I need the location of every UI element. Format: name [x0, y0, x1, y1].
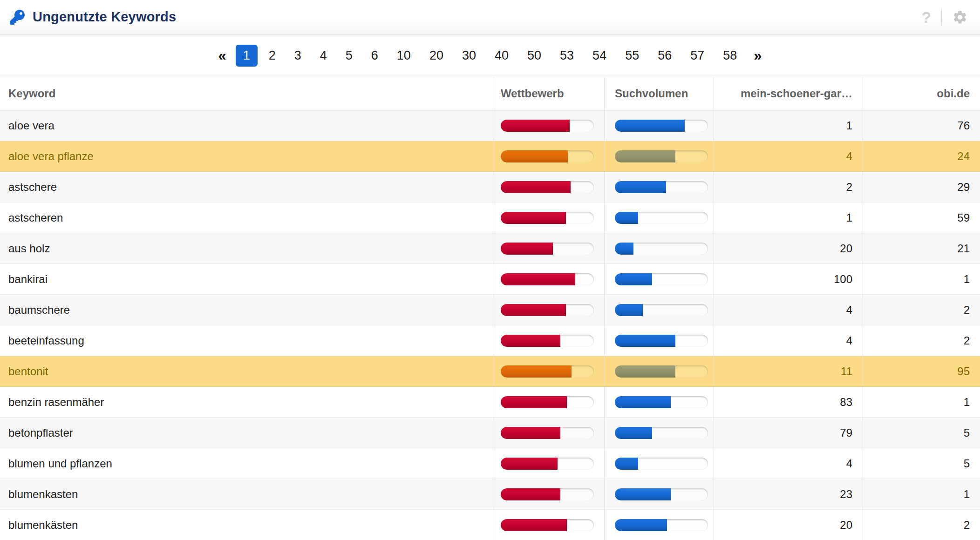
competition-bar-track [501, 150, 594, 162]
search-volume-bar-track [615, 212, 708, 224]
rank-mein-schoener-garten-cell: 100 [714, 264, 863, 294]
search-volume-cell [604, 387, 714, 417]
search-volume-bar-track [615, 304, 708, 316]
page-title: Ungenutzte Keywords [33, 9, 176, 25]
page-button-50[interactable]: 50 [520, 45, 549, 67]
competition-bar-fill [501, 458, 558, 470]
rank-obi-cell: 2 [863, 325, 980, 356]
rank-obi-cell: 29 [863, 172, 980, 202]
rank-mein-schoener-garten-cell: 11 [714, 356, 863, 386]
competition-bar-track [501, 243, 594, 255]
table-row[interactable]: blumenkasten231 [0, 479, 980, 510]
page-button-55[interactable]: 55 [618, 45, 647, 67]
rank-mein-schoener-garten-cell: 4 [714, 325, 863, 356]
table-row[interactable]: betonpflaster795 [0, 418, 980, 448]
search-volume-bar-fill [615, 120, 685, 132]
page-button-54[interactable]: 54 [585, 45, 614, 67]
search-volume-cell [604, 418, 714, 448]
rank-obi-cell: 95 [863, 356, 980, 386]
keyword-cell: bankirai [0, 264, 494, 294]
keyword-cell: blumenkasten [0, 479, 494, 509]
pagination-next-button[interactable]: » [748, 45, 767, 67]
rank-mein-schoener-garten-cell: 1 [714, 110, 863, 141]
rank-obi-cell: 2 [863, 510, 980, 540]
search-volume-bar-fill [615, 519, 667, 531]
search-volume-cell [604, 325, 714, 356]
table-row[interactable]: baumschere42 [0, 295, 980, 325]
page-button-4[interactable]: 4 [313, 45, 334, 67]
competition-bar-fill [501, 365, 572, 378]
competition-bar-track [501, 304, 594, 316]
help-icon[interactable]: ? [921, 9, 931, 25]
header-divider [941, 9, 942, 26]
page-button-3[interactable]: 3 [287, 45, 309, 67]
competition-cell [494, 387, 604, 417]
search-volume-cell [604, 295, 714, 325]
pagination-prev-button[interactable]: « [212, 45, 231, 67]
competition-bar-fill [501, 150, 568, 162]
gear-icon[interactable] [952, 9, 968, 25]
table-row[interactable]: bankirai1001 [0, 264, 980, 295]
app: Ungenutzte Keywords ? «12345610203040505… [0, 0, 980, 540]
competition-cell [494, 172, 604, 202]
competition-bar-track [501, 120, 594, 132]
rank-obi-cell: 5 [863, 418, 980, 448]
pagination: «1234561020304050535455565758» [0, 34, 980, 77]
page-button-56[interactable]: 56 [650, 45, 679, 67]
competition-cell [494, 110, 604, 141]
page-button-57[interactable]: 57 [683, 45, 712, 67]
keyword-cell: baumschere [0, 295, 494, 325]
keyword-cell: bentonit [0, 356, 494, 386]
rank-obi-cell: 1 [863, 387, 980, 417]
table-row[interactable]: blumen und pflanzen45 [0, 448, 980, 479]
table-row[interactable]: blumenkästen202 [0, 510, 980, 540]
rank-mein-schoener-garten-cell: 83 [714, 387, 863, 417]
table-row[interactable]: astschere229 [0, 172, 980, 202]
rank-mein-schoener-garten-cell: 20 [714, 510, 863, 540]
competition-bar-track [501, 458, 594, 470]
competition-cell [494, 141, 604, 171]
table-row[interactable]: benzin rasenmäher831 [0, 387, 980, 418]
competition-cell [494, 448, 604, 479]
table-row[interactable]: aloe vera176 [0, 110, 980, 141]
competition-bar-track [501, 212, 594, 224]
competition-bar-track [501, 273, 594, 285]
app-header: Ungenutzte Keywords ? [0, 0, 980, 34]
competition-bar-fill [501, 120, 570, 132]
page-button-2[interactable]: 2 [261, 45, 283, 67]
page-button-30[interactable]: 30 [455, 45, 483, 67]
page-button-5[interactable]: 5 [338, 45, 360, 67]
rank-obi-cell: 24 [863, 141, 980, 171]
page-button-1[interactable]: 1 [236, 45, 258, 67]
page-button-10[interactable]: 10 [389, 45, 418, 67]
page-button-58[interactable]: 58 [715, 45, 744, 67]
competition-bar-fill [501, 427, 560, 439]
rank-mein-schoener-garten-cell: 4 [714, 295, 863, 325]
search-volume-bar-track [615, 150, 708, 162]
keyword-cell: blumenkästen [0, 510, 494, 540]
rank-obi-cell: 76 [863, 110, 980, 141]
search-volume-bar-track [615, 396, 708, 408]
table-row[interactable]: beeteinfassung42 [0, 325, 980, 356]
competition-cell [494, 418, 604, 448]
search-volume-bar-track [615, 427, 708, 439]
competition-bar-fill [501, 519, 567, 531]
table-row[interactable]: aus holz2021 [0, 233, 980, 264]
competition-cell [494, 510, 604, 540]
rank-mein-schoener-garten-cell: 2 [714, 172, 863, 202]
page-button-40[interactable]: 40 [487, 45, 516, 67]
competition-bar-fill [501, 212, 566, 224]
rank-obi-cell: 2 [863, 295, 980, 325]
rank-obi-cell: 5 [863, 448, 980, 479]
table-row[interactable]: aloe vera pflanze424 [0, 141, 980, 172]
competition-bar-track [501, 396, 594, 408]
search-volume-bar-track [615, 120, 708, 132]
page-button-6[interactable]: 6 [364, 45, 386, 67]
page-button-20[interactable]: 20 [422, 45, 451, 67]
table-row[interactable]: astscheren159 [0, 202, 980, 233]
rank-mein-schoener-garten-cell: 23 [714, 479, 863, 509]
table-row[interactable]: bentonit1195 [0, 356, 980, 387]
page-button-53[interactable]: 53 [552, 45, 581, 67]
search-volume-cell [604, 448, 714, 479]
rank-mein-schoener-garten-cell: 4 [714, 448, 863, 479]
